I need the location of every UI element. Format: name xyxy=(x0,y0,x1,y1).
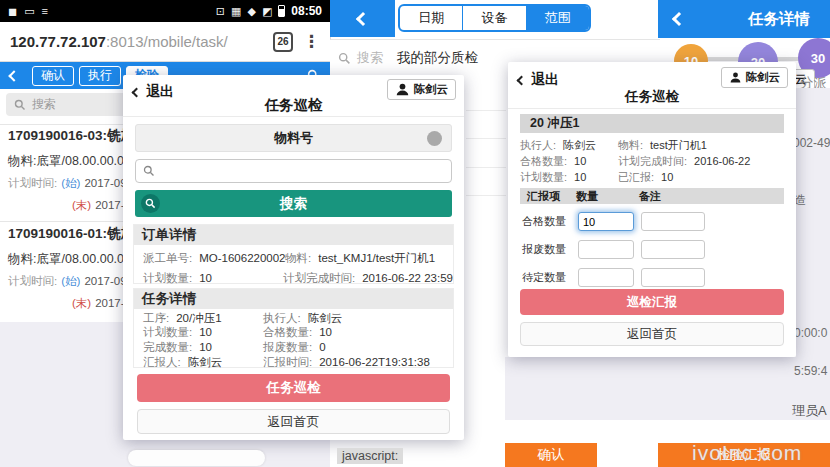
person-icon xyxy=(395,83,410,96)
url-host: 120.77.72.107 xyxy=(10,33,106,50)
inspect-dialog: 退出 陈剑云 任务巡检 物料号 搜索 订单详情 派工单号:MO-16062200… xyxy=(123,75,464,440)
battery-icon xyxy=(278,5,285,17)
summary-row: 计划数量:10 已汇报:10 xyxy=(508,169,796,185)
back-home-button[interactable]: 返回首页 xyxy=(137,409,450,434)
dialog-title: 任务巡检 xyxy=(508,88,796,106)
divider xyxy=(508,108,796,109)
dialog-title: 任务巡检 xyxy=(123,96,464,115)
report-table-header: 汇报项 数量 备注 xyxy=(520,188,784,204)
list-divider xyxy=(466,110,506,111)
search-icon xyxy=(14,99,26,111)
link-status-tooltip: javascript: xyxy=(337,448,403,464)
scrap-note-input[interactable] xyxy=(641,240,705,259)
material-search-input[interactable] xyxy=(160,163,444,179)
back-button[interactable] xyxy=(330,0,395,37)
qualified-qty-input[interactable] xyxy=(578,212,634,231)
material-selector[interactable]: 物料号 xyxy=(135,124,452,152)
videocam-icon: ◼ xyxy=(8,5,17,18)
clipped-text: 5:59:4 xyxy=(794,364,827,378)
clipped-text: 0:00:0 xyxy=(794,326,827,340)
vpn-icon: ◆ xyxy=(247,5,255,18)
watermark: ivoInc.com xyxy=(692,441,802,465)
back-icon xyxy=(355,11,369,25)
order-detail-section: 订单详情 派工单号:MO-1606220002 物料:test_KMJ1/tes… xyxy=(133,224,454,284)
task-row: 工序:20/冲压1 执行人:陈剑云 xyxy=(134,311,453,325)
clipped-text: 002-49 xyxy=(793,136,830,150)
summary-row: 执行人:陈剑云 物料:test开门机1 xyxy=(508,137,796,153)
left-search-placeholder: 搜索 xyxy=(32,96,56,113)
pending-qty-input[interactable] xyxy=(578,268,634,287)
screenshot-icon: ▭ xyxy=(24,5,34,18)
middle-search-placeholder: 搜索 xyxy=(357,49,383,67)
tab-count-button[interactable]: 26 xyxy=(273,32,293,52)
android-status-bar: ◼ ▭ ≡ ⊡ ▦ ◆ ◩ 08:50 xyxy=(0,0,330,22)
pending-note-input[interactable] xyxy=(641,268,705,287)
inspect-submit-button[interactable]: 巡检汇报 xyxy=(520,289,784,315)
browser-url-bar[interactable]: 120.77.72.107:8013/mobile/task/ 26 ⋮ xyxy=(0,22,330,62)
middle-search-value: 我的部分质检 xyxy=(397,49,478,67)
confirm-tab[interactable]: 确认 xyxy=(32,66,74,86)
search-button[interactable]: 搜索 xyxy=(135,190,452,217)
back-home-button[interactable]: 返回首页 xyxy=(520,322,784,346)
search-icon xyxy=(143,165,155,177)
list-divider xyxy=(466,138,506,139)
filter-tab-group: 日期 设备 范围 xyxy=(398,4,591,32)
task-row: 汇报人:陈剑云 汇报时间:2016-06-22T19:31:38 xyxy=(134,355,453,370)
page-title: 任务详情 xyxy=(748,9,810,30)
order-row: 计划数量:10 计划完成时间:2016-06-22 23:59 xyxy=(134,268,453,288)
tab-scope[interactable]: 范围 xyxy=(527,6,589,30)
browser-menu-icon[interactable]: ⋮ xyxy=(303,31,320,52)
task-inspect-button[interactable]: 任务巡检 xyxy=(137,374,450,402)
order-row: 派工单号:MO-1606220002 物料:test_KMJ1/test开门机1 xyxy=(134,248,453,268)
back-icon[interactable] xyxy=(672,12,686,26)
task-row: 计划数量:10 合格数量:10 xyxy=(134,325,453,340)
autofill-bar xyxy=(128,450,265,466)
exit-button[interactable]: 退出 xyxy=(518,71,559,89)
task-detail-section: 任务详情 工序:20/冲压1 执行人:陈剑云 计划数量:10 合格数量:10 完… xyxy=(133,288,454,368)
confirm-button[interactable]: 确认 xyxy=(505,443,597,467)
back-icon[interactable] xyxy=(8,70,19,81)
person-icon xyxy=(729,72,742,83)
page-strip xyxy=(505,420,830,443)
user-button[interactable]: 陈剑云 xyxy=(721,67,789,88)
signal-icon: ◩ xyxy=(262,5,272,18)
selector-knob-icon xyxy=(427,131,442,146)
summary-row: 合格数量:10 计划完成时间:2016-06-22 xyxy=(508,153,796,169)
execute-tab[interactable]: 执行 xyxy=(79,66,121,86)
report-row-scrap: 报废数量 xyxy=(522,240,705,259)
apps-icon: ▦ xyxy=(231,5,241,18)
clipped-text: 理员A xyxy=(792,402,827,420)
section-title: 订单详情 xyxy=(134,225,453,245)
report-row-pending: 待定数量 xyxy=(522,268,705,287)
scrap-qty-input[interactable] xyxy=(578,240,634,259)
notification-icon: ≡ xyxy=(42,5,48,17)
screenshot-root: ◼ ▭ ≡ ⊡ ▦ ◆ ◩ 08:50 120.77.72.107:8013/m… xyxy=(0,0,830,467)
list-divider xyxy=(466,167,506,168)
back-icon xyxy=(517,75,527,85)
report-summary: 执行人:陈剑云 物料:test开门机1 合格数量:10 计划完成时间:2016-… xyxy=(508,137,796,185)
task-row: 完成数量:10 报废数量:0 xyxy=(134,340,453,355)
tab-date[interactable]: 日期 xyxy=(400,6,463,30)
right-header: 任务详情 xyxy=(658,0,830,38)
inspect-report-dialog: 退出 陈剑云 任务巡检 20 冲压1 执行人:陈剑云 物料:test开门机1 合… xyxy=(508,62,796,357)
qualified-note-input[interactable] xyxy=(641,212,705,231)
report-row-qualified: 合格数量 xyxy=(522,212,705,231)
url-path: :8013/mobile/task/ xyxy=(106,33,228,50)
operation-header: 20 冲压1 xyxy=(520,114,784,133)
clock: 08:50 xyxy=(291,4,322,18)
search-icon xyxy=(141,194,160,213)
cast-icon: ⊡ xyxy=(216,5,225,18)
section-title: 任务详情 xyxy=(134,289,453,309)
search-icon xyxy=(338,52,351,65)
page-backdrop xyxy=(505,357,796,420)
material-search-box[interactable] xyxy=(135,159,452,183)
list-divider xyxy=(466,195,506,196)
divider xyxy=(123,116,464,117)
tab-device[interactable]: 设备 xyxy=(463,6,526,30)
